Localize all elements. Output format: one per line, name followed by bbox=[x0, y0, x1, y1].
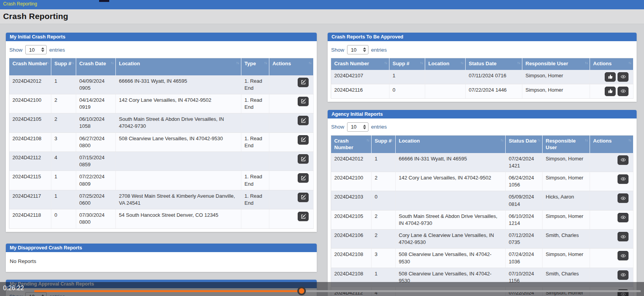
show-label: Show bbox=[331, 47, 344, 53]
sort-icon[interactable]: ↑↓ bbox=[236, 61, 239, 66]
view-report-button[interactable] bbox=[618, 193, 628, 203]
edit-report-button[interactable] bbox=[298, 116, 309, 125]
sort-icon[interactable]: ↑↓ bbox=[46, 61, 49, 66]
cell-supp: 2 bbox=[51, 94, 76, 113]
nav-menu-remnant bbox=[99, 0, 109, 2]
column-header-responsible-user[interactable]: Responsible User↑↓ bbox=[543, 135, 590, 153]
edit-report-button[interactable] bbox=[298, 173, 309, 183]
cell-crash-number: 2024D42105 bbox=[9, 113, 51, 132]
view-report-button[interactable] bbox=[618, 232, 628, 241]
sort-icon[interactable]: ↑↓ bbox=[391, 138, 394, 143]
cell-type: 1. Read End bbox=[241, 94, 269, 113]
column-header-status-date[interactable]: Status Date↑↓ bbox=[506, 135, 543, 153]
edit-report-button[interactable] bbox=[298, 154, 309, 164]
edit-report-button[interactable] bbox=[298, 97, 309, 106]
cell-type bbox=[241, 152, 269, 171]
table-row: 2024D421002142 Cory Lane Versailles, IN … bbox=[331, 172, 634, 191]
column-header-status-date[interactable]: Status Date↑↓ bbox=[466, 58, 522, 70]
sort-icon[interactable]: ↑↓ bbox=[628, 61, 632, 66]
edit-report-button[interactable] bbox=[298, 78, 309, 87]
column-header-location[interactable]: Location↑↓ bbox=[116, 58, 241, 75]
breadcrumb-crash-reporting[interactable]: Crash Reporting bbox=[3, 1, 37, 7]
cell-status-date: 06/24/2024 1056 bbox=[506, 172, 543, 191]
column-header-actions[interactable]: Actions↑↓ bbox=[269, 58, 314, 75]
sort-icon[interactable]: ↑↓ bbox=[585, 61, 588, 66]
column-header-actions[interactable]: Actions↑↓ bbox=[590, 58, 634, 70]
cell-location: 54 South Hancock Street Denver, CO 12345 bbox=[116, 209, 241, 228]
edit-report-button[interactable] bbox=[298, 212, 309, 221]
page-length-select[interactable]: 10 bbox=[347, 122, 368, 132]
view-report-button[interactable] bbox=[618, 251, 628, 260]
page-length-select[interactable]: 10 bbox=[347, 45, 368, 54]
column-header-type[interactable]: Type↑↓ bbox=[241, 58, 269, 75]
column-header-responsible-user[interactable]: Responsible User↑↓ bbox=[522, 58, 590, 70]
column-header-crash-number[interactable]: Crash Number↑↓ bbox=[331, 135, 372, 153]
column-header-supp[interactable]: Supp #↑↓ bbox=[51, 58, 76, 75]
edit-report-button[interactable] bbox=[298, 135, 309, 145]
sort-icon[interactable]: ↑↓ bbox=[517, 61, 520, 66]
seek-bar-thumb[interactable] bbox=[297, 287, 306, 295]
cell-crash-number: 2024D42100 bbox=[9, 94, 51, 113]
cell-actions bbox=[590, 172, 634, 191]
cell-type: 1. Read End bbox=[241, 190, 269, 209]
cell-location bbox=[425, 84, 466, 98]
eye-icon bbox=[621, 234, 626, 239]
page-length-select[interactable]: 10 bbox=[25, 45, 47, 54]
view-report-button[interactable] bbox=[618, 270, 628, 280]
sort-icon[interactable]: ↑↓ bbox=[585, 138, 588, 143]
column-header-location[interactable]: Location↑↓ bbox=[396, 135, 506, 153]
sort-icon[interactable]: ↑↓ bbox=[264, 61, 267, 66]
sort-icon[interactable]: ↑↓ bbox=[538, 138, 541, 143]
table-row: 2024D421062Cory Lane & Clearview Lane Ve… bbox=[331, 230, 634, 249]
table-row: 2024D42103005/09/2024 0814Hicks, Aaron bbox=[331, 191, 634, 210]
sort-icon[interactable]: ↑↓ bbox=[384, 61, 387, 66]
sort-icon[interactable]: ↑↓ bbox=[71, 61, 74, 66]
table-row: 2024D42107107/11/2024 0716Simpson, Homer bbox=[331, 70, 634, 84]
playback-time: 0:26:22 bbox=[3, 285, 24, 292]
cell-crash-number: 2024D42118 bbox=[9, 209, 51, 228]
cell-actions bbox=[269, 113, 314, 132]
sort-icon[interactable]: ↑↓ bbox=[461, 61, 464, 66]
cell-responsible-user: Simpson, Homer bbox=[543, 153, 590, 172]
table-row: 2024D421083508 Clearview Lane Versailles… bbox=[331, 249, 634, 268]
sort-icon[interactable]: ↑↓ bbox=[501, 138, 504, 143]
sort-icon[interactable]: ↑↓ bbox=[111, 61, 114, 66]
view-report-button[interactable] bbox=[618, 155, 628, 165]
column-header-crash-date[interactable]: Crash Date↑↓ bbox=[76, 58, 116, 75]
left-column: My Initial Crash Reports Show 10 entries bbox=[6, 33, 317, 296]
cell-crash-number: 2024D42012 bbox=[9, 75, 51, 94]
approve-report-button[interactable] bbox=[605, 87, 616, 96]
cell-supp: 0 bbox=[389, 84, 425, 98]
pencil-square-icon bbox=[301, 214, 306, 219]
column-header-supp[interactable]: Supp #↑↓ bbox=[372, 135, 396, 153]
view-report-button[interactable] bbox=[618, 87, 628, 96]
show-entries-control: Show 10 entries bbox=[331, 122, 634, 132]
seek-bar-progress bbox=[34, 290, 302, 292]
approve-report-button[interactable] bbox=[605, 72, 616, 82]
eye-icon bbox=[621, 215, 626, 220]
cell-supp: 1 bbox=[51, 190, 76, 209]
column-header-supp[interactable]: Supp #↑↓ bbox=[389, 58, 425, 70]
cell-crash-date: 06/10/2024 1058 bbox=[76, 113, 116, 132]
column-header-crash-number[interactable]: Crash Number↑↓ bbox=[331, 58, 389, 70]
thumb-up-icon bbox=[608, 89, 613, 94]
sort-icon[interactable]: ↑↓ bbox=[367, 138, 370, 143]
my-initial-crash-reports-table: Crash Number↑↓Supp #↑↓Crash Date↑↓Locati… bbox=[9, 58, 314, 229]
cell-type: 1. Read End bbox=[241, 171, 269, 190]
column-header-crash-number[interactable]: Crash Number↑↓ bbox=[9, 58, 51, 75]
column-header-location[interactable]: Location↑↓ bbox=[425, 58, 466, 70]
sort-icon[interactable]: ↑↓ bbox=[628, 138, 632, 143]
pencil-square-icon bbox=[301, 137, 306, 142]
table-row: 2024D42105206/10/2024 1058South Main Str… bbox=[9, 113, 314, 132]
view-report-button[interactable] bbox=[618, 174, 628, 184]
view-report-button[interactable] bbox=[618, 72, 628, 82]
sort-icon[interactable]: ↑↓ bbox=[309, 61, 312, 66]
sort-icon[interactable]: ↑↓ bbox=[420, 61, 423, 66]
edit-report-button[interactable] bbox=[298, 193, 309, 202]
view-report-button[interactable] bbox=[618, 213, 628, 222]
seek-bar[interactable] bbox=[34, 290, 641, 292]
cell-location bbox=[116, 171, 241, 190]
table-row: 2024D42100204/14/2024 0919142 Cory Lane … bbox=[9, 94, 314, 113]
show-label: Show bbox=[331, 124, 344, 130]
column-header-actions[interactable]: Actions↑↓ bbox=[590, 135, 634, 153]
